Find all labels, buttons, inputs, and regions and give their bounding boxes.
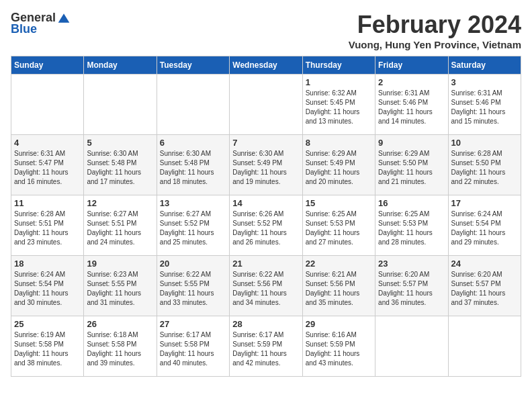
day-info: Sunrise: 6:29 AM Sunset: 5:49 PM Dayligh… — [306, 149, 372, 187]
calendar-day-cell: 13Sunrise: 6:27 AM Sunset: 5:52 PM Dayli… — [157, 195, 229, 256]
calendar-day-cell: 3Sunrise: 6:31 AM Sunset: 5:46 PM Daylig… — [448, 75, 521, 135]
day-info: Sunrise: 6:30 AM Sunset: 5:48 PM Dayligh… — [160, 149, 226, 187]
calendar-day-cell: 20Sunrise: 6:22 AM Sunset: 5:55 PM Dayli… — [157, 256, 229, 316]
location-title: Vuong, Hung Yen Province, Vietnam — [349, 39, 521, 50]
day-number: 12 — [87, 198, 153, 208]
calendar-day-cell: 10Sunrise: 6:28 AM Sunset: 5:50 PM Dayli… — [448, 135, 521, 195]
day-info: Sunrise: 6:22 AM Sunset: 5:55 PM Dayligh… — [160, 270, 226, 308]
calendar-day-cell: 5Sunrise: 6:30 AM Sunset: 5:48 PM Daylig… — [84, 135, 157, 195]
day-number: 4 — [14, 138, 81, 148]
calendar-day-cell: 7Sunrise: 6:30 AM Sunset: 5:49 PM Daylig… — [230, 135, 302, 195]
day-info: Sunrise: 6:25 AM Sunset: 5:53 PM Dayligh… — [378, 210, 445, 247]
day-info: Sunrise: 6:31 AM Sunset: 5:47 PM Dayligh… — [14, 149, 81, 187]
month-title: February 2024 — [349, 11, 521, 39]
day-number: 14 — [232, 198, 299, 208]
day-number: 16 — [378, 198, 445, 208]
calendar-day-cell: 15Sunrise: 6:25 AM Sunset: 5:53 PM Dayli… — [302, 195, 375, 256]
day-number: 29 — [306, 319, 372, 329]
calendar-week-row: 1Sunrise: 6:32 AM Sunset: 5:45 PM Daylig… — [11, 75, 521, 135]
calendar-day-cell — [230, 75, 302, 135]
day-number: 18 — [14, 259, 81, 269]
calendar-day-cell: 21Sunrise: 6:22 AM Sunset: 5:56 PM Dayli… — [230, 256, 302, 316]
calendar-day-cell: 29Sunrise: 6:16 AM Sunset: 5:59 PM Dayli… — [302, 316, 375, 377]
day-info: Sunrise: 6:23 AM Sunset: 5:55 PM Dayligh… — [87, 270, 153, 308]
day-info: Sunrise: 6:28 AM Sunset: 5:50 PM Dayligh… — [451, 149, 518, 187]
logo-icon — [57, 11, 71, 25]
day-info: Sunrise: 6:20 AM Sunset: 5:57 PM Dayligh… — [451, 270, 518, 308]
calendar-day-cell: 9Sunrise: 6:29 AM Sunset: 5:50 PM Daylig… — [375, 135, 448, 195]
calendar-day-cell — [448, 316, 521, 377]
calendar-day-cell: 8Sunrise: 6:29 AM Sunset: 5:49 PM Daylig… — [302, 135, 375, 195]
day-number: 9 — [378, 138, 445, 148]
day-number: 24 — [451, 259, 518, 269]
day-info: Sunrise: 6:20 AM Sunset: 5:57 PM Dayligh… — [378, 270, 445, 308]
day-info: Sunrise: 6:32 AM Sunset: 5:45 PM Dayligh… — [306, 89, 372, 126]
calendar-day-cell: 17Sunrise: 6:24 AM Sunset: 5:54 PM Dayli… — [448, 195, 521, 256]
calendar-day-cell: 22Sunrise: 6:21 AM Sunset: 5:56 PM Dayli… — [302, 256, 375, 316]
day-number: 22 — [306, 259, 372, 269]
calendar-day-cell: 6Sunrise: 6:30 AM Sunset: 5:48 PM Daylig… — [157, 135, 229, 195]
day-number: 7 — [232, 138, 299, 148]
calendar-day-cell: 12Sunrise: 6:27 AM Sunset: 5:51 PM Dayli… — [84, 195, 157, 256]
day-info: Sunrise: 6:31 AM Sunset: 5:46 PM Dayligh… — [451, 89, 518, 126]
calendar-day-cell: 4Sunrise: 6:31 AM Sunset: 5:47 PM Daylig… — [11, 135, 84, 195]
day-number: 13 — [160, 198, 226, 208]
day-info: Sunrise: 6:21 AM Sunset: 5:56 PM Dayligh… — [306, 270, 372, 308]
day-number: 3 — [451, 77, 518, 87]
day-number: 2 — [378, 77, 445, 87]
day-number: 19 — [87, 259, 153, 269]
calendar-day-cell: 11Sunrise: 6:28 AM Sunset: 5:51 PM Dayli… — [11, 195, 84, 256]
calendar-day-cell — [375, 316, 448, 377]
day-info: Sunrise: 6:17 AM Sunset: 5:58 PM Dayligh… — [160, 330, 226, 368]
calendar-day-cell: 25Sunrise: 6:19 AM Sunset: 5:58 PM Dayli… — [11, 316, 84, 377]
calendar-day-cell — [11, 75, 84, 135]
day-info: Sunrise: 6:22 AM Sunset: 5:56 PM Dayligh… — [232, 270, 299, 308]
day-info: Sunrise: 6:26 AM Sunset: 5:52 PM Dayligh… — [232, 210, 299, 247]
calendar-day-cell: 27Sunrise: 6:17 AM Sunset: 5:58 PM Dayli… — [157, 316, 229, 377]
calendar-day-cell: 26Sunrise: 6:18 AM Sunset: 5:58 PM Dayli… — [84, 316, 157, 377]
page-header: General Blue February 2024 Vuong, Hung Y… — [11, 11, 521, 50]
calendar-day-cell: 28Sunrise: 6:17 AM Sunset: 5:59 PM Dayli… — [230, 316, 302, 377]
calendar-week-row: 4Sunrise: 6:31 AM Sunset: 5:47 PM Daylig… — [11, 135, 521, 195]
day-info: Sunrise: 6:18 AM Sunset: 5:58 PM Dayligh… — [87, 330, 153, 368]
calendar-day-cell: 24Sunrise: 6:20 AM Sunset: 5:57 PM Dayli… — [448, 256, 521, 316]
day-info: Sunrise: 6:30 AM Sunset: 5:49 PM Dayligh… — [232, 149, 299, 187]
calendar-week-row: 25Sunrise: 6:19 AM Sunset: 5:58 PM Dayli… — [11, 316, 521, 377]
calendar-week-row: 11Sunrise: 6:28 AM Sunset: 5:51 PM Dayli… — [11, 195, 521, 256]
day-number: 21 — [232, 259, 299, 269]
calendar-day-cell — [84, 75, 157, 135]
weekday-header-cell: Sunday — [11, 56, 84, 75]
day-number: 20 — [160, 259, 226, 269]
logo: General Blue — [11, 11, 71, 36]
calendar-day-cell: 1Sunrise: 6:32 AM Sunset: 5:45 PM Daylig… — [302, 75, 375, 135]
day-number: 8 — [306, 138, 372, 148]
day-number: 5 — [87, 138, 153, 148]
day-info: Sunrise: 6:24 AM Sunset: 5:54 PM Dayligh… — [14, 270, 81, 308]
day-number: 23 — [378, 259, 445, 269]
weekday-header-cell: Monday — [84, 56, 157, 75]
weekday-header-cell: Friday — [375, 56, 448, 75]
day-info: Sunrise: 6:27 AM Sunset: 5:52 PM Dayligh… — [160, 210, 226, 247]
calendar-day-cell: 19Sunrise: 6:23 AM Sunset: 5:55 PM Dayli… — [84, 256, 157, 316]
weekday-header-cell: Wednesday — [230, 56, 302, 75]
calendar-body: 1Sunrise: 6:32 AM Sunset: 5:45 PM Daylig… — [11, 75, 521, 377]
weekday-header-row: SundayMondayTuesdayWednesdayThursdayFrid… — [11, 56, 521, 75]
calendar-day-cell: 2Sunrise: 6:31 AM Sunset: 5:46 PM Daylig… — [375, 75, 448, 135]
calendar-table: SundayMondayTuesdayWednesdayThursdayFrid… — [11, 56, 521, 377]
calendar-day-cell: 23Sunrise: 6:20 AM Sunset: 5:57 PM Dayli… — [375, 256, 448, 316]
day-info: Sunrise: 6:24 AM Sunset: 5:54 PM Dayligh… — [451, 210, 518, 247]
day-number: 11 — [14, 198, 81, 208]
weekday-header-cell: Thursday — [302, 56, 375, 75]
calendar-day-cell: 18Sunrise: 6:24 AM Sunset: 5:54 PM Dayli… — [11, 256, 84, 316]
svg-marker-0 — [58, 13, 70, 22]
day-info: Sunrise: 6:29 AM Sunset: 5:50 PM Dayligh… — [378, 149, 445, 187]
day-number: 6 — [160, 138, 226, 148]
calendar-day-cell: 14Sunrise: 6:26 AM Sunset: 5:52 PM Dayli… — [230, 195, 302, 256]
logo-blue: Blue — [11, 22, 37, 36]
day-info: Sunrise: 6:31 AM Sunset: 5:46 PM Dayligh… — [378, 89, 445, 126]
weekday-header-cell: Saturday — [448, 56, 521, 75]
calendar-day-cell: 16Sunrise: 6:25 AM Sunset: 5:53 PM Dayli… — [375, 195, 448, 256]
day-info: Sunrise: 6:28 AM Sunset: 5:51 PM Dayligh… — [14, 210, 81, 247]
day-number: 26 — [87, 319, 153, 329]
day-info: Sunrise: 6:25 AM Sunset: 5:53 PM Dayligh… — [306, 210, 372, 247]
